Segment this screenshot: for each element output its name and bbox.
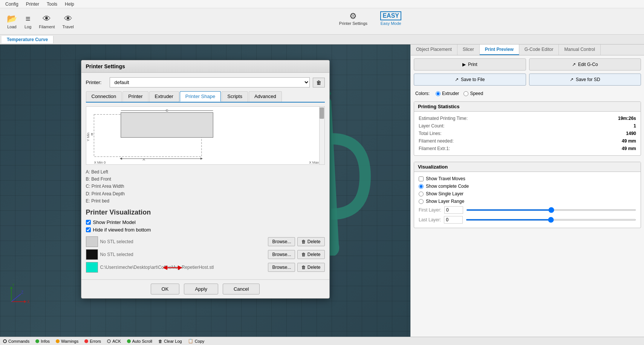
show-layer-range-radio[interactable] xyxy=(419,199,424,204)
printer-settings-button[interactable]: ⚙ Printer Settings xyxy=(334,8,373,29)
status-auto-scroll[interactable]: Auto Scroll xyxy=(127,339,152,343)
stl-row-1: No STL selected Browse... 🗑 Delete xyxy=(86,236,325,247)
dialog-footer: OK Apply Cancel xyxy=(81,279,329,298)
status-clear-log[interactable]: 🗑 Clear Log xyxy=(158,339,182,343)
status-commands[interactable]: Commands xyxy=(3,339,29,343)
canvas-area: X Y Z Printer Settings Printer: default xyxy=(0,44,410,337)
save-to-file-button[interactable]: ↗ Save to File xyxy=(414,74,526,86)
first-layer-slider[interactable] xyxy=(466,209,636,211)
toolbar-filament[interactable]: 👁 Filament xyxy=(39,14,55,29)
printer-settings-label: Printer Settings xyxy=(339,21,367,26)
edit-gcode-icon: ↗ xyxy=(572,62,576,67)
checkbox-show-printer-model: Show Printer Model xyxy=(86,219,325,225)
menu-printer[interactable]: Printer xyxy=(22,1,43,8)
last-layer-row: Last Layer: xyxy=(419,215,636,225)
dialog-title: Printer Settings xyxy=(81,60,329,73)
tab-temperature-curve[interactable]: Temperature Curve xyxy=(2,36,54,43)
stat-label-3: Filament needed: xyxy=(419,138,454,144)
show-travel-moves-checkbox[interactable] xyxy=(419,176,424,181)
color-speed-radio[interactable] xyxy=(463,91,468,96)
rp-tab-print-preview[interactable]: Print Preview xyxy=(480,44,519,55)
dtab-scripts[interactable]: Scripts xyxy=(222,91,248,102)
first-layer-row: First Layer: xyxy=(419,205,636,215)
stl-label-1: No STL selected xyxy=(100,239,266,244)
ack-label: ACK xyxy=(112,339,121,343)
last-layer-input[interactable] xyxy=(444,216,463,224)
show-single-layer-label: Show Single Layer xyxy=(426,191,463,196)
print-button[interactable]: ▶ Print xyxy=(414,58,526,71)
easy-mode-button[interactable]: EASY Easy Mode xyxy=(375,8,407,29)
first-layer-input[interactable] xyxy=(444,206,463,214)
dtab-printer[interactable]: Printer xyxy=(122,91,148,102)
stl-delete-3[interactable]: 🗑 Delete xyxy=(297,263,324,272)
toolbar-travel[interactable]: 👁 Travel xyxy=(63,14,74,29)
legend-b: B: Bed Front xyxy=(86,176,325,183)
save-for-sd-button[interactable]: ↗ Save for SD xyxy=(529,74,641,86)
legend-text: A: Bed Left B: Bed Front C: Print Area W… xyxy=(86,169,325,205)
ok-button[interactable]: OK xyxy=(151,284,180,294)
stl-delete-2[interactable]: 🗑 Delete xyxy=(297,250,324,259)
clear-log-icon: 🗑 xyxy=(158,339,162,343)
diagram-scrollbar[interactable] xyxy=(319,107,324,164)
dtab-extruder[interactable]: Extruder xyxy=(149,91,179,102)
stl-rows: No STL selected Browse... 🗑 Delete No ST… xyxy=(86,236,325,273)
delete-printer-button[interactable]: 🗑 xyxy=(313,78,325,87)
toolbar-log[interactable]: ≡ Log xyxy=(24,14,31,29)
stl-browse-1[interactable]: Browse... xyxy=(268,237,295,246)
colors-section: Colors: Extruder Speed xyxy=(411,89,644,98)
printer-label: Printer: xyxy=(86,80,107,85)
color-extruder-radio[interactable] xyxy=(436,91,441,96)
svg-text:B: B xyxy=(91,133,93,136)
rp-tab-object-placement[interactable]: Object Placement xyxy=(411,44,457,55)
first-layer-label: First Layer: xyxy=(419,207,441,213)
infos-label: Infos xyxy=(41,339,50,343)
colors-label: Colors: xyxy=(415,91,430,96)
last-layer-slider[interactable] xyxy=(466,219,636,221)
toolbar-load[interactable]: 📂 Load xyxy=(7,14,17,29)
status-warnings[interactable]: Warnings xyxy=(56,339,78,343)
color-speed-option[interactable]: Speed xyxy=(463,91,483,96)
stl-delete-1[interactable]: 🗑 Delete xyxy=(297,237,324,246)
stat-row-1: Layer Count: 1 xyxy=(419,122,636,130)
status-ack[interactable]: ACK xyxy=(107,339,121,343)
stat-value-1: 1 xyxy=(633,123,636,129)
ack-dot xyxy=(107,339,111,343)
toolbar-travel-label: Travel xyxy=(63,25,74,29)
rp-tab-manual-control[interactable]: Manual Control xyxy=(559,44,600,55)
show-complete-code-radio[interactable] xyxy=(419,184,424,189)
easy-mode-label: Easy Mode xyxy=(381,21,401,26)
edit-gcode-button[interactable]: ↗ Edit G-Co xyxy=(529,58,641,71)
menu-config[interactable]: Config xyxy=(2,1,22,8)
cancel-button[interactable]: Cancel xyxy=(223,284,260,294)
status-errors[interactable]: Errors xyxy=(84,339,101,343)
dtab-connection[interactable]: Connection xyxy=(86,91,122,102)
dtab-printer-shape[interactable]: Printer Shape xyxy=(180,91,221,102)
rp-tab-slicer[interactable]: Slicer xyxy=(457,44,480,55)
clear-log-label: Clear Log xyxy=(164,339,182,343)
errors-label: Errors xyxy=(90,339,101,343)
right-panel: Object Placement Slicer Print Preview G-… xyxy=(410,44,644,337)
menu-help[interactable]: Help xyxy=(61,1,78,8)
rp-tab-gcode-editor[interactable]: G-Code Editor xyxy=(519,44,559,55)
hide-viewed-bottom-checkbox[interactable] xyxy=(86,227,91,232)
stl-browse-2[interactable]: Browse... xyxy=(268,250,295,259)
printer-select[interactable]: default xyxy=(110,77,310,87)
stl-color-1 xyxy=(86,236,98,247)
commands-label: Commands xyxy=(8,339,29,343)
color-extruder-option[interactable]: Extruder xyxy=(436,91,459,96)
stl-browse-3[interactable]: Browse... xyxy=(268,263,295,272)
menu-bar: Config Printer Tools Help xyxy=(0,0,644,8)
status-copy[interactable]: 📋 Copy xyxy=(188,339,205,343)
status-infos[interactable]: Infos xyxy=(35,339,50,343)
warnings-dot xyxy=(56,339,60,343)
stat-label-4: Filament Extr.1: xyxy=(419,146,450,151)
printing-stats-section: Printing Statistics Estimated Printing T… xyxy=(414,101,641,156)
show-single-layer-radio[interactable] xyxy=(419,192,424,196)
apply-button[interactable]: Apply xyxy=(184,284,218,294)
visualization-title: Visualization xyxy=(414,162,641,172)
dtab-advanced[interactable]: Advanced xyxy=(249,91,282,102)
show-printer-model-checkbox[interactable] xyxy=(86,220,91,225)
color-speed-label: Speed xyxy=(470,91,483,96)
menu-tools[interactable]: Tools xyxy=(43,1,61,8)
main-area: X Y Z Printer Settings Printer: default xyxy=(0,44,644,337)
